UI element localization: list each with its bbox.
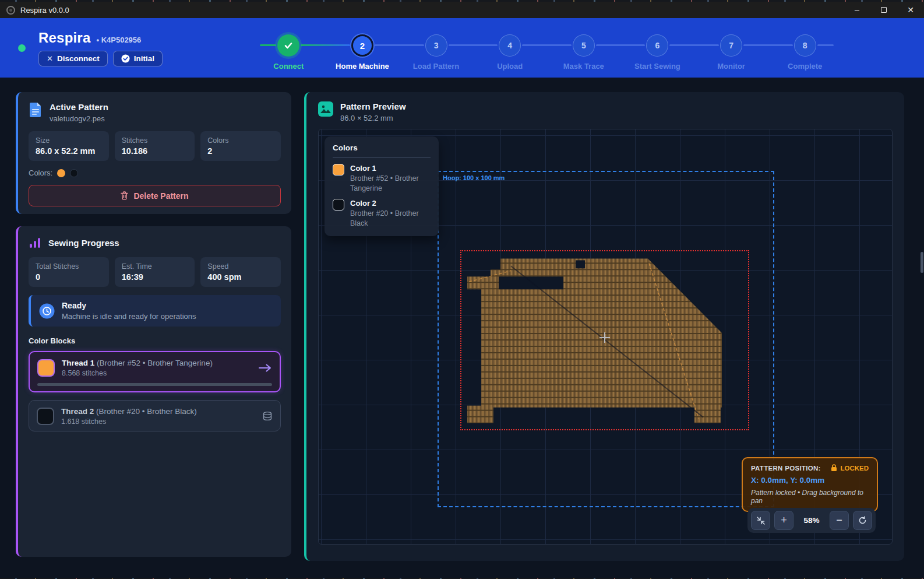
stat-colors: Colors 2 bbox=[200, 131, 281, 161]
legend-swatch-black bbox=[333, 199, 344, 210]
initial-label: Initial bbox=[134, 54, 154, 63]
wizard-stepper: Connect 2 Home Machine 3 Load Pattern 4 … bbox=[252, 18, 842, 78]
step-home-machine-circle: 2 bbox=[351, 34, 373, 57]
locked-text: LOCKED bbox=[840, 465, 869, 472]
step-start-sewing-circle: 6 bbox=[646, 34, 668, 57]
color-swatch-orange bbox=[57, 169, 65, 177]
window-title: Respira v0.0.0 bbox=[20, 6, 69, 15]
stat-label: Size bbox=[36, 136, 102, 145]
pattern-lock-hint: Pattern locked • Drag background to pan bbox=[751, 489, 869, 505]
legend-name: Color 2 bbox=[350, 199, 431, 208]
delete-pattern-button[interactable]: Delete Pattern bbox=[29, 185, 281, 206]
step-number: 5 bbox=[581, 41, 586, 50]
step-upload[interactable]: 4 Upload bbox=[473, 18, 547, 78]
lock-icon bbox=[831, 464, 837, 472]
sewing-progress-card: Sewing Progress Total Stitches 0 Est. Ti… bbox=[16, 226, 291, 557]
connection-status-dot bbox=[18, 44, 26, 52]
color-legend: Colors Color 1 Brother #52 • Brother Tan… bbox=[325, 136, 439, 236]
close-button[interactable]: ✕ bbox=[897, 2, 924, 18]
colors-label: Colors: bbox=[29, 169, 52, 177]
pattern-preview-title: Pattern Preview bbox=[340, 101, 406, 111]
thread-2-name: Thread 2 (Brother #20 • Brother Black) bbox=[61, 407, 255, 416]
thread-1-progress-bar bbox=[37, 383, 272, 386]
fit-to-view-button[interactable] bbox=[751, 511, 770, 530]
pattern-position-overlay: PATTERN POSITION: LOCKED X: 0.0mm, Y: 0.… bbox=[742, 457, 878, 512]
check-icon bbox=[283, 40, 294, 51]
step-label: Home Machine bbox=[336, 62, 389, 71]
pattern-coordinates: X: 0.0mm, Y: 0.0mm bbox=[751, 476, 869, 485]
stat-total-stitches: Total Stitches 0 bbox=[29, 257, 109, 287]
step-start-sewing[interactable]: 6 Start Sewing bbox=[620, 18, 694, 78]
serial-text: K4P502956 bbox=[101, 36, 142, 44]
thread-detail: (Brother #20 • Brother Black) bbox=[96, 407, 197, 416]
step-upload-circle: 4 bbox=[499, 34, 521, 57]
refresh-icon bbox=[858, 516, 867, 525]
stat-value: 16:39 bbox=[122, 272, 188, 282]
active-pattern-card: Active Pattern valetudogv2.pes Size 86.0… bbox=[16, 92, 291, 214]
step-complete-circle: 8 bbox=[794, 34, 816, 57]
pattern-dimensions: 86.0 × 52.2 mm bbox=[340, 114, 406, 122]
thread-1-block[interactable]: Thread 1 (Brother #52 • Brother Tangerin… bbox=[29, 351, 281, 392]
step-mask-trace[interactable]: 5 Mask Trace bbox=[547, 18, 621, 78]
thread-2-block[interactable]: Thread 2 (Brother #20 • Brother Black) 1… bbox=[29, 400, 281, 431]
disconnect-button[interactable]: ✕ Disconnect bbox=[38, 51, 108, 66]
sewing-progress-title: Sewing Progress bbox=[48, 238, 119, 248]
stat-value: 2 bbox=[207, 146, 274, 156]
x-icon: ✕ bbox=[47, 54, 53, 63]
step-mask-trace-circle: 5 bbox=[573, 34, 595, 57]
legend-divider bbox=[333, 157, 431, 158]
legend-item-color-2: Color 2 Brother #20 • Brother Black bbox=[333, 199, 431, 229]
step-label: Monitor bbox=[717, 62, 745, 71]
thread-name-bold: Thread 1 bbox=[62, 359, 94, 367]
step-connect-circle bbox=[277, 34, 299, 57]
maximize-button[interactable] bbox=[870, 2, 897, 18]
zoom-level: 58% bbox=[798, 516, 826, 525]
thread-1-stitches: 8.568 stitches bbox=[62, 369, 251, 377]
initial-button[interactable]: Initial bbox=[113, 51, 163, 66]
locked-badge: LOCKED bbox=[831, 464, 869, 472]
zoom-in-button[interactable]: + bbox=[774, 511, 793, 530]
minimize-button[interactable]: – bbox=[844, 2, 870, 18]
thread-name-bold: Thread 2 bbox=[61, 407, 94, 416]
preview-canvas[interactable]: Hoop: 100 x 100 mm bbox=[318, 129, 893, 545]
legend-name: Color 1 bbox=[350, 164, 431, 173]
stat-size: Size 86.0 x 52.2 mm bbox=[29, 131, 109, 161]
step-number: 4 bbox=[507, 41, 512, 50]
scrollbar-thumb[interactable] bbox=[921, 252, 923, 273]
zoom-out-button[interactable]: − bbox=[830, 511, 849, 530]
stat-value: 86.0 x 52.2 mm bbox=[36, 146, 102, 156]
clock-icon bbox=[39, 303, 55, 319]
legend-swatch-orange bbox=[333, 164, 344, 176]
thread-2-stitches: 1.618 stitches bbox=[61, 417, 255, 426]
color-blocks-label: Color Blocks bbox=[29, 336, 281, 345]
fit-to-view-icon bbox=[757, 517, 765, 525]
step-label: Mask Trace bbox=[563, 62, 604, 71]
step-label: Upload bbox=[497, 62, 523, 71]
step-load-pattern[interactable]: 3 Load Pattern bbox=[399, 18, 473, 78]
thread-2-swatch bbox=[37, 408, 54, 425]
step-label: Load Pattern bbox=[413, 62, 459, 71]
titlebar: Respira v0.0.0 – ✕ bbox=[0, 2, 924, 18]
disconnect-label: Disconnect bbox=[57, 54, 100, 63]
status-title: Ready bbox=[62, 301, 196, 310]
step-connect[interactable]: Connect bbox=[252, 18, 326, 78]
step-label: Connect bbox=[273, 62, 304, 71]
stat-label: Colors bbox=[207, 136, 274, 145]
bar-chart-icon bbox=[29, 236, 41, 249]
app-header: Respira • K4P502956 ✕ Disconnect Initial bbox=[0, 18, 924, 78]
stat-value: 0 bbox=[36, 272, 102, 282]
pattern-preview-card: Pattern Preview 86.0 × 52.2 mm Hoop: 100… bbox=[304, 92, 904, 561]
zoom-controls: + 58% − bbox=[747, 508, 876, 533]
active-pattern-title: Active Pattern bbox=[50, 102, 108, 112]
image-icon bbox=[318, 101, 333, 117]
stat-speed: Speed 400 spm bbox=[200, 257, 281, 287]
step-monitor[interactable]: 7 Monitor bbox=[694, 18, 768, 78]
stat-stitches: Stitches 10.186 bbox=[115, 131, 195, 161]
step-home-machine[interactable]: 2 Home Machine bbox=[326, 18, 400, 78]
step-number: 3 bbox=[434, 41, 439, 50]
legend-title: Colors bbox=[333, 143, 431, 152]
stat-value: 400 spm bbox=[207, 272, 274, 282]
stat-est-time: Est. Time 16:39 bbox=[115, 257, 195, 287]
step-complete[interactable]: 8 Complete bbox=[768, 18, 842, 78]
reset-view-button[interactable] bbox=[853, 511, 872, 530]
